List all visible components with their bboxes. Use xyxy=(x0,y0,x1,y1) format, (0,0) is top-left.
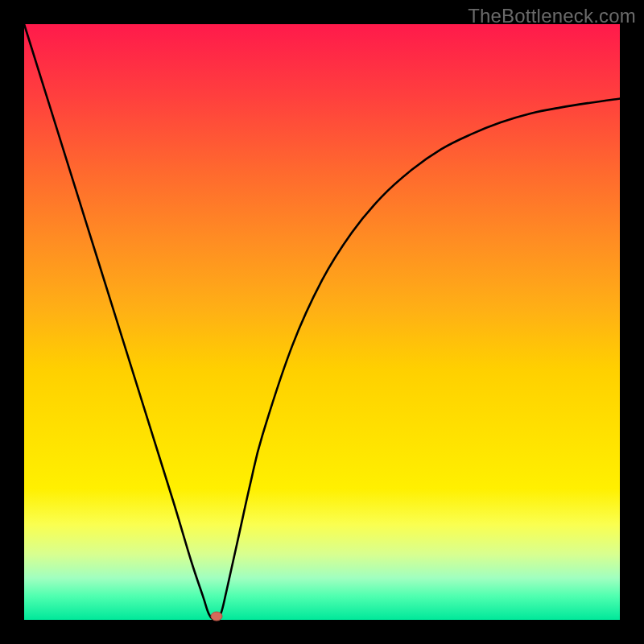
plot-area xyxy=(24,24,620,620)
chart-frame: TheBottleneck.com xyxy=(0,0,644,644)
watermark-text: TheBottleneck.com xyxy=(468,5,636,27)
bottleneck-curve xyxy=(24,24,620,620)
min-marker xyxy=(211,612,222,621)
curve-svg xyxy=(24,24,620,620)
